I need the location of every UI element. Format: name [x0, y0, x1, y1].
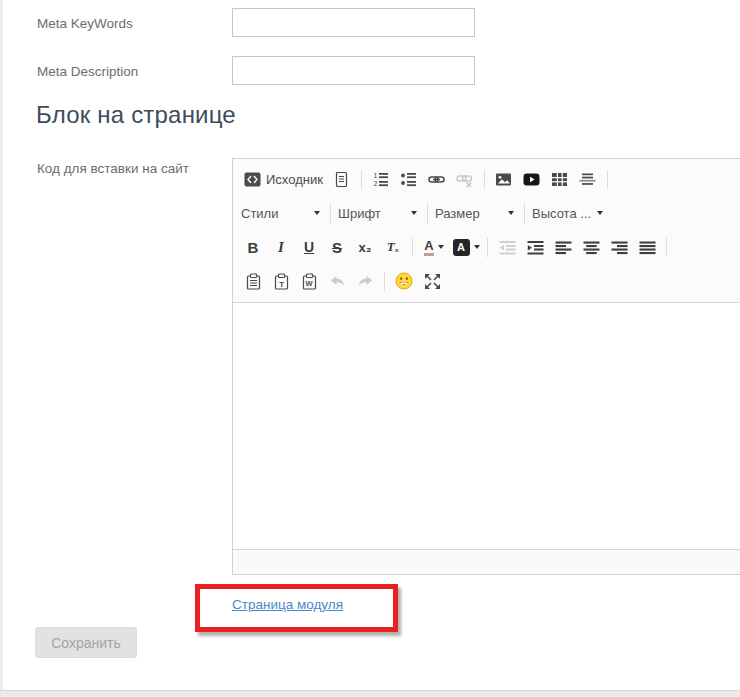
bg-color-button[interactable]: A [451, 234, 481, 260]
line-height-dropdown[interactable]: Высота ... [530, 200, 608, 226]
module-page-link[interactable]: Страница модуля [232, 597, 343, 612]
save-button[interactable]: Сохранить [35, 627, 137, 658]
redo-icon [357, 273, 374, 290]
remove-format-button[interactable]: Tₓ [380, 234, 406, 260]
paste-button[interactable] [240, 268, 266, 294]
unlink-icon [456, 171, 473, 188]
bg-color-icon: A [453, 239, 470, 256]
outdent-icon [499, 239, 516, 256]
indent-icon [527, 239, 544, 256]
strikethrough-button[interactable]: S [324, 234, 350, 260]
paste-text-button[interactable]: T [268, 268, 294, 294]
paste-word-icon: W [301, 273, 318, 290]
editor-toolbar: Исходник 12 Стили Шрифт [233, 159, 740, 303]
indent-button[interactable] [522, 234, 548, 260]
align-center-icon [583, 239, 600, 256]
line-height-dropdown-label: Высота ... [532, 206, 591, 221]
toolbar-row-3: B I U S x₂ Tₓ A A [239, 230, 740, 264]
bulleted-list-button[interactable] [396, 166, 422, 192]
redo-button[interactable] [352, 268, 378, 294]
toolbar-separator [484, 170, 485, 189]
align-right-icon [611, 239, 628, 256]
justify-button[interactable] [634, 234, 660, 260]
styles-dropdown[interactable]: Стили [239, 200, 325, 226]
align-left-button[interactable] [550, 234, 576, 260]
editor-field-label: Код для вставки на сайт [37, 161, 189, 176]
font-dropdown[interactable]: Шрифт [336, 200, 422, 226]
toolbar-row-4: T W [239, 264, 740, 298]
toolbar-separator [330, 204, 331, 223]
chevron-down-icon [411, 211, 417, 215]
youtube-icon [523, 171, 540, 188]
meta-description-label: Meta Description [37, 64, 138, 79]
bulleted-list-icon [400, 171, 417, 188]
text-color-icon: A [424, 239, 433, 256]
bold-button[interactable]: B [240, 234, 266, 260]
chevron-down-icon [314, 211, 320, 215]
template-icon [333, 171, 350, 188]
source-button[interactable]: Исходник [240, 166, 327, 192]
table-icon [551, 171, 568, 188]
svg-text:T: T [279, 279, 284, 288]
rich-text-editor: Исходник 12 Стили Шрифт [232, 158, 740, 575]
chevron-down-icon [474, 245, 480, 249]
toolbar-separator [427, 204, 428, 223]
link-icon [428, 171, 445, 188]
underline-button[interactable]: U [296, 234, 322, 260]
paste-word-button[interactable]: W [296, 268, 322, 294]
align-right-button[interactable] [606, 234, 632, 260]
toolbar-separator [361, 170, 362, 189]
toolbar-separator [412, 238, 413, 257]
image-button[interactable] [491, 166, 517, 192]
chevron-down-icon [508, 211, 514, 215]
svg-text:2: 2 [374, 180, 378, 187]
editor-status-bar [233, 549, 740, 574]
youtube-button[interactable] [519, 166, 545, 192]
source-icon [244, 171, 261, 188]
toolbar-separator [524, 204, 525, 223]
paste-icon [245, 273, 262, 290]
paste-text-icon: T [273, 273, 290, 290]
text-color-button[interactable]: A [419, 234, 449, 260]
align-left-icon [555, 239, 572, 256]
meta-keywords-input[interactable] [232, 8, 475, 37]
styles-dropdown-label: Стили [241, 206, 278, 221]
toolbar-separator [384, 272, 385, 291]
source-label: Исходник [266, 172, 323, 187]
chevron-down-icon [597, 211, 603, 215]
toolbar-row-2: Стили Шрифт Размер Высота ... [239, 196, 740, 230]
maximize-icon [424, 273, 441, 290]
svg-text:1: 1 [374, 172, 378, 179]
toolbar-separator [607, 170, 608, 189]
smiley-button[interactable] [391, 268, 417, 294]
italic-button[interactable]: I [268, 234, 294, 260]
numbered-list-button[interactable]: 12 [368, 166, 394, 192]
unlink-button[interactable] [452, 166, 478, 192]
numbered-list-icon: 12 [372, 171, 389, 188]
subscript-button[interactable]: x₂ [352, 234, 378, 260]
panel-left-edge [0, 0, 3, 690]
meta-description-input[interactable] [232, 56, 475, 85]
svg-text:W: W [305, 279, 313, 288]
chevron-down-icon [438, 245, 444, 249]
align-center-button[interactable] [578, 234, 604, 260]
size-dropdown[interactable]: Размер [433, 200, 519, 226]
table-button[interactable] [547, 166, 573, 192]
horizontal-rule-icon [579, 171, 596, 188]
toolbar-separator [666, 238, 667, 257]
page-bottom-edge [0, 690, 740, 697]
editor-content-area[interactable] [233, 303, 740, 549]
horizontal-rule-button[interactable] [575, 166, 601, 192]
page-title: Блок на странице [36, 101, 236, 129]
image-icon [495, 171, 512, 188]
undo-button[interactable] [324, 268, 350, 294]
smiley-icon [395, 272, 413, 290]
page: Meta KeyWords Meta Description Блок на с… [0, 0, 740, 697]
undo-icon [329, 273, 346, 290]
outdent-button[interactable] [494, 234, 520, 260]
link-button[interactable] [424, 166, 450, 192]
toolbar-separator [487, 238, 488, 257]
maximize-button[interactable] [419, 268, 445, 294]
template-button[interactable] [329, 166, 355, 192]
meta-keywords-label: Meta KeyWords [37, 16, 133, 31]
